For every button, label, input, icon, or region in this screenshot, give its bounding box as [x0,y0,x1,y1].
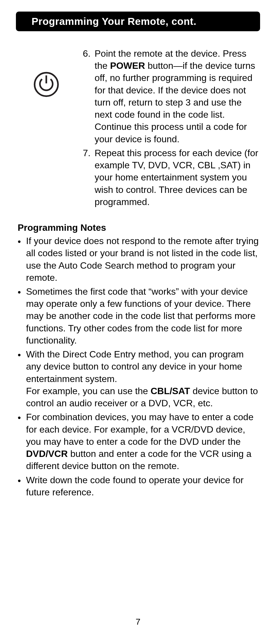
list-item: • Sometimes the first code that “works” … [18,285,260,346]
bullet-icon: • [18,235,22,284]
list-number: 6. [77,47,91,145]
section-header: Programming Your Remote, cont. [16,12,260,31]
steps-column: 6. Point the remote at the device. Press… [77,47,260,210]
list-body: Point the remote at the device. Press th… [95,47,260,145]
numbered-list: 6. Point the remote at the device. Press… [77,47,260,208]
text: For example, you can use the [26,386,150,396]
list-item: 6. Point the remote at the device. Press… [77,47,260,145]
list-item: • Write down the code found to operate y… [18,474,260,498]
list-body: If your device does not respond to the r… [26,235,260,284]
bullet-icon: • [18,285,22,346]
bullet-icon: • [18,474,22,498]
page-number: 7 [0,617,276,627]
icon-column [16,47,77,210]
list-item: • With the Direct Code Entry method, you… [18,348,260,409]
text: With the Direct Code Entry method, you c… [26,348,260,385]
list-number: 7. [77,147,91,208]
bold-text: DVD/VCR [26,449,68,459]
list-body: For combination devices, you may have to… [26,411,260,472]
list-body: With the Direct Code Entry method, you c… [26,348,260,409]
bullet-icon: • [18,411,22,472]
bullet-list: • If your device does not respond to the… [16,235,260,498]
list-item: • If your device does not respond to the… [18,235,260,284]
section-title: Programming Your Remote, cont. [32,16,196,27]
list-item: • For combination devices, you may have … [18,411,260,472]
steps-section: 6. Point the remote at the device. Press… [16,47,260,210]
text: For combination devices, you may have to… [26,412,253,446]
list-body: Repeat this process for each device (for… [95,147,260,208]
list-item: 7. Repeat this process for each device (… [77,147,260,208]
power-icon [33,71,60,98]
bold-text: CBL/SAT [150,386,190,396]
bold-text: POWER [110,60,145,71]
bullet-icon: • [18,348,22,409]
text: button—if the device turns off, no furth… [95,60,255,144]
list-body: Sometimes the first code that “works” wi… [26,285,260,346]
notes-heading: Programming Notes [16,222,260,233]
list-body: Write down the code found to operate you… [26,474,260,498]
